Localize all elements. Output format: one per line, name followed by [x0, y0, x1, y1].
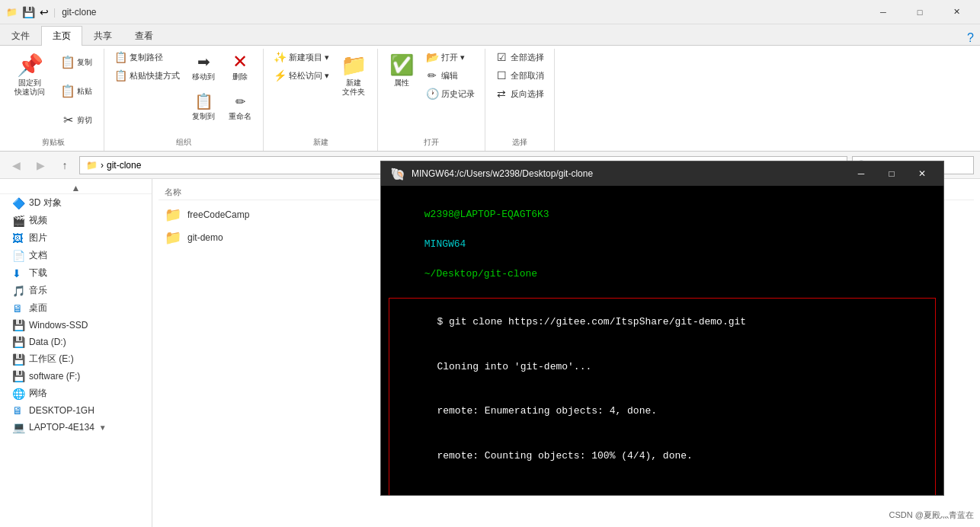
ribbon-group-open: ✅ 属性 📂 打开 ▾ ✏ 编辑 🕐 历史记录 打开 [378, 49, 485, 151]
new-folder-button[interactable]: 📁 新建文件夹 [336, 49, 371, 101]
sidebar-label-pictures: 图片 [29, 232, 47, 244]
prompt1-mingw: MINGW64 [424, 238, 466, 250]
paste-button[interactable]: 📋 粘贴 [53, 78, 98, 105]
cut-label: 剪切 [77, 116, 92, 125]
path-chevron: › [101, 160, 104, 171]
sidebar-item-videos[interactable]: 🎬 视频 [0, 212, 152, 229]
document-icon: 📄 [12, 250, 24, 262]
copy-button[interactable]: 📋 复制 [53, 49, 98, 76]
sidebar-item-workarea-e[interactable]: 💾 工作区 (E:) [0, 350, 152, 368]
folder-icon: 📁 [6, 7, 18, 18]
sidebar-item-software-f[interactable]: 💾 software (F:) [0, 368, 152, 385]
terminal-output-0: Cloning into 'git-demo'... [389, 344, 935, 389]
history-button[interactable]: 🕐 历史记录 [422, 85, 479, 102]
folder-icon-freeCodeCamp: 📁 [165, 206, 181, 223]
sidebar-item-desktop[interactable]: 🖥 桌面 [0, 299, 152, 317]
pin-to-quick-access-button[interactable]: 📌 固定到快速访问 [9, 49, 50, 101]
rename-label: 重命名 [229, 112, 251, 121]
terminal-minimize-button[interactable]: ─ [849, 163, 873, 184]
select-buttons: ☑ 全部选择 ☐ 全部取消 ⇄ 反向选择 [492, 49, 548, 134]
properties-label: 属性 [394, 78, 409, 88]
select-label: 选择 [512, 137, 527, 151]
save-icon: 💾 [22, 6, 35, 18]
up-button[interactable]: ↑ [55, 155, 75, 175]
windows-ssd-icon: 💾 [12, 319, 24, 331]
sidebar-item-pictures[interactable]: 🖼 图片 [0, 229, 152, 247]
select-all-button[interactable]: ☑ 全部选择 [492, 49, 548, 65]
video-icon: 🎬 [12, 215, 24, 227]
path-text: git-clone [107, 160, 141, 171]
tab-view[interactable]: 查看 [123, 26, 165, 46]
properties-button[interactable]: ✅ 属性 [384, 49, 419, 91]
move-to-label: 移动到 [192, 72, 215, 81]
3d-icon: 🔷 [12, 197, 24, 209]
scissors-icon: ✂ [59, 110, 77, 129]
open-button[interactable]: 📂 打开 ▾ [422, 49, 479, 65]
prompt1-user: w2398@LAPTOP-EQAGT6K3 [424, 209, 549, 220]
terminal-window: 🐚 MINGW64:/c/Users/w2398/Desktop/git-clo… [380, 161, 944, 496]
terminal-command-block: $ git clone https://gitee.com/ItspShare/… [389, 298, 936, 496]
organize-label: 组织 [176, 137, 191, 151]
paste-icon: 📋 [59, 81, 77, 100]
sidebar-label-data-d: Data (D:) [29, 337, 66, 347]
copy-to-button[interactable]: 📋 复制到 [187, 88, 220, 125]
rename-button[interactable]: ✏ 重命名 [223, 88, 257, 125]
new-folder-label: 新建文件夹 [342, 78, 365, 97]
sidebar-item-network[interactable]: 🌐 网络 [0, 385, 152, 402]
terminal-body[interactable]: w2398@LAPTOP-EQAGT6K3 MINGW64 ~/Desktop/… [381, 186, 943, 495]
sidebar-item-downloads[interactable]: ⬇ 下载 [0, 264, 152, 282]
maximize-button[interactable]: □ [902, 0, 937, 24]
terminal-icon: 🐚 [390, 167, 405, 181]
help-icon[interactable]: ? [967, 31, 974, 45]
cut-button[interactable]: ✂ 剪切 [53, 107, 98, 134]
sidebar-item-3d-objects[interactable]: 🔷 3D 对象 [0, 194, 152, 212]
new-folder-icon: 📁 [341, 53, 366, 77]
tab-home[interactable]: 主页 [41, 26, 82, 46]
delete-button[interactable]: ✕ 删除 [225, 49, 255, 85]
paste-shortcut-label: 粘贴快捷方式 [130, 70, 180, 81]
title-bar: 📁 💾 ↩ | git-clone ─ □ ✕ [0, 0, 980, 24]
invert-select-button[interactable]: ⇄ 反向选择 [492, 85, 548, 102]
sidebar-item-data-d[interactable]: 💾 Data (D:) [0, 334, 152, 350]
sidebar-item-documents[interactable]: 📄 文档 [0, 247, 152, 264]
new-item-button[interactable]: ✨ 新建项目 ▾ [270, 49, 333, 65]
sidebar-item-desktop-1gh[interactable]: 🖥 DESKTOP-1GH [0, 402, 152, 419]
copy-path-button[interactable]: 📋 复制路径 [110, 49, 184, 65]
data-d-icon: 💾 [12, 336, 24, 348]
prompt1-path [424, 253, 431, 264]
title-bar-controls: ─ □ ✕ [866, 0, 974, 24]
tab-share[interactable]: 共享 [82, 26, 123, 46]
forward-button[interactable]: ▶ [30, 155, 50, 175]
title-bar-icons: 📁 💾 ↩ | [6, 6, 56, 18]
undo-icon: ↩ [40, 6, 49, 18]
copy-path-icon: 📋 [114, 51, 127, 63]
select-all-label: 全部选择 [511, 52, 544, 63]
paste-shortcut-icon: 📋 [114, 69, 127, 81]
delete-label: 删除 [232, 72, 248, 81]
move-to-button[interactable]: ➡ 移动到 [187, 49, 220, 85]
copy-path-label: 复制路径 [130, 52, 163, 63]
paste-shortcut-button[interactable]: 📋 粘贴快捷方式 [110, 67, 184, 84]
terminal-prompt1: w2398@LAPTOP-EQAGT6K3 MINGW64 ~/Desktop/… [389, 192, 936, 296]
sidebar-item-laptop-4e134[interactable]: 💻 LAPTOP-4E134 ▼ [0, 419, 152, 436]
history-icon: 🕐 [426, 88, 438, 100]
close-button[interactable]: ✕ [939, 0, 974, 24]
sidebar-item-music[interactable]: 🎵 音乐 [0, 282, 152, 299]
terminal-output-2: remote: Counting objects: 100% (4/4), do… [389, 433, 935, 478]
easy-access-button[interactable]: ⚡ 轻松访问 ▾ [270, 67, 333, 84]
terminal-close-button[interactable]: ✕ [910, 163, 934, 184]
copy-to-label: 复制到 [192, 112, 215, 121]
ribbon-group-clipboard: 📌 固定到快速访问 📋 复制 📋 粘贴 ✂ 剪切 剪贴板 [3, 49, 104, 151]
clipboard-label: 剪贴板 [42, 137, 65, 151]
terminal-maximize-button[interactable]: □ [879, 163, 904, 184]
minimize-button[interactable]: ─ [866, 0, 901, 24]
sidebar-label-3d-objects: 3D 对象 [29, 196, 62, 209]
back-button[interactable]: ◀ [6, 155, 26, 175]
tab-file[interactable]: 文件 [0, 26, 41, 46]
deselect-button[interactable]: ☐ 全部取消 [492, 67, 548, 84]
csdn-watermark: CSDN @夏殿灬青蓝在 [889, 509, 974, 521]
edit-button[interactable]: ✏ 编辑 [422, 67, 479, 84]
sidebar-scroll-up[interactable]: ▲ [0, 182, 152, 194]
copy-label: 复制 [77, 58, 92, 67]
sidebar-item-windows-ssd[interactable]: 💾 Windows-SSD [0, 317, 152, 334]
